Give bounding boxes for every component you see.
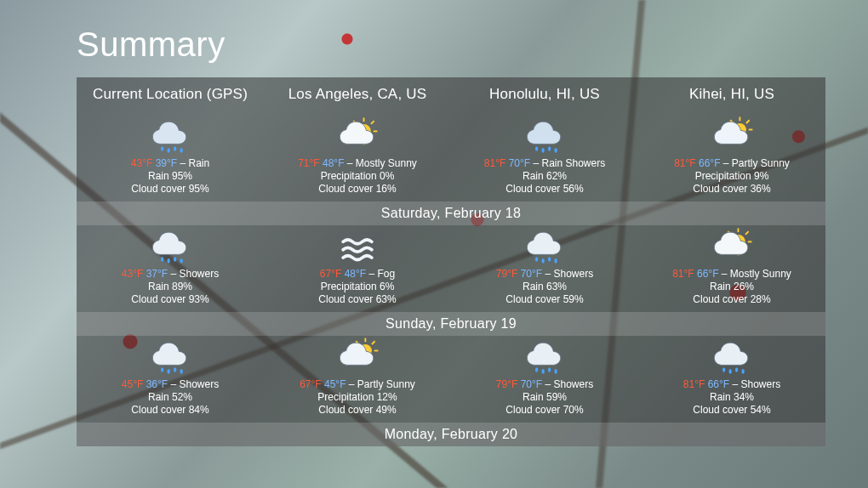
precip-text: Precipitation 6%	[264, 281, 451, 292]
condition-text: – Mostly Sunny	[718, 268, 791, 280]
temp-line: 71°F 48°F – Mostly Sunny	[264, 157, 451, 169]
page-title: Summary	[77, 26, 868, 64]
temp-line: 81°F 66°F – Mostly Sunny	[638, 268, 825, 280]
condition-text: – Showers	[542, 378, 593, 390]
high-temp: 81°F	[484, 157, 505, 169]
cloud-text: Cloud cover 56%	[451, 183, 638, 195]
temp-line: 81°F 66°F – Partly Sunny	[638, 157, 825, 169]
low-temp: 66°F	[699, 157, 720, 169]
svg-line-10	[371, 121, 374, 124]
low-temp: 48°F	[345, 268, 366, 280]
svg-point-29	[554, 258, 557, 264]
forecast-cell[interactable]: 81°F 66°F – Partly SunnyPrecipitation 9%…	[638, 115, 825, 201]
forecast-cell[interactable]: 43°F 39°F – RainRain 95%Cloud cover 95%	[77, 115, 264, 201]
showers-icon	[77, 227, 264, 266]
svg-point-28	[548, 257, 551, 262]
svg-point-50	[548, 367, 551, 372]
low-temp: 66°F	[708, 378, 729, 390]
svg-point-52	[722, 367, 725, 372]
forecast-cell[interactable]: 43°F 37°F – ShowersRain 89%Cloud cover 9…	[77, 225, 264, 312]
temp-line: 67°F 45°F – Partly Sunny	[264, 378, 451, 390]
cloud-text: Cloud cover 16%	[264, 183, 451, 195]
forecast-cell[interactable]: 71°F 48°F – Mostly SunnyPrecipitation 0%…	[264, 115, 451, 201]
fog-icon	[264, 227, 451, 266]
high-temp: 79°F	[496, 268, 517, 280]
temp-line: 79°F 70°F – Showers	[451, 268, 638, 280]
precip-text: Rain 63%	[451, 281, 638, 292]
cloud-text: Cloud cover 36%	[638, 183, 825, 195]
forecast-cell[interactable]: 79°F 70°F – ShowersRain 59%Cloud cover 7…	[451, 336, 638, 423]
low-temp: 45°F	[324, 378, 345, 390]
svg-point-24	[174, 257, 176, 262]
location-header[interactable]: Los Angeles, CA, US	[264, 77, 451, 115]
condition-text: – Rain	[177, 157, 209, 169]
cloud-text: Cloud cover 49%	[264, 404, 451, 416]
high-temp: 45°F	[122, 378, 143, 390]
forecast-cell[interactable]: 79°F 70°F – ShowersRain 63%Cloud cover 5…	[451, 225, 638, 312]
precip-text: Precipitation 9%	[638, 170, 825, 182]
svg-point-51	[554, 369, 557, 374]
cloud-text: Cloud cover 63%	[264, 293, 451, 305]
forecast-cell[interactable]: 67°F 48°F – FogPrecipitation 6%Cloud cov…	[264, 225, 451, 312]
svg-point-2	[174, 146, 176, 151]
temp-line: 81°F 70°F – Rain Showers	[451, 157, 638, 169]
location-header[interactable]: Kihei, HI, US	[638, 77, 825, 115]
day-label: Saturday, February 18	[77, 201, 825, 225]
svg-point-14	[554, 148, 557, 153]
forecast-row: 45°F 36°F – ShowersRain 52%Cloud cover 8…	[77, 336, 825, 423]
cloud-text: Cloud cover 28%	[638, 293, 825, 305]
svg-point-53	[728, 369, 731, 374]
precip-text: Precipitation 0%	[264, 170, 451, 182]
low-temp: 39°F	[156, 157, 177, 169]
location-header[interactable]: Honolulu, HI, US	[451, 77, 638, 115]
high-temp: 81°F	[674, 157, 695, 169]
rain-icon	[77, 116, 264, 156]
low-temp: 70°F	[521, 378, 542, 390]
svg-point-40	[180, 369, 182, 374]
forecast-panel: Current Location (GPS) Los Angeles, CA, …	[77, 77, 825, 446]
forecast-cell[interactable]: 45°F 36°F – ShowersRain 52%Cloud cover 8…	[77, 336, 264, 423]
cloud-text: Cloud cover 54%	[638, 404, 825, 416]
precip-text: Rain 89%	[77, 281, 264, 292]
showers-icon	[451, 338, 638, 377]
precip-text: Rain 52%	[77, 391, 264, 403]
svg-point-11	[535, 146, 538, 151]
low-temp: 70°F	[509, 157, 530, 169]
svg-point-0	[161, 146, 163, 151]
low-temp: 66°F	[697, 268, 718, 280]
condition-text: – Partly Sunny	[345, 378, 414, 390]
precip-text: Rain 62%	[451, 170, 638, 182]
svg-line-21	[746, 120, 750, 123]
svg-point-25	[180, 258, 182, 264]
high-temp: 43°F	[122, 268, 143, 280]
condition-text: – Fog	[366, 268, 395, 280]
cloud-text: Cloud cover 84%	[77, 404, 264, 416]
high-temp: 67°F	[320, 268, 341, 280]
cloud-text: Cloud cover 59%	[451, 293, 638, 305]
svg-point-27	[541, 258, 544, 264]
svg-point-22	[161, 257, 163, 262]
location-headers: Current Location (GPS) Los Angeles, CA, …	[77, 77, 825, 115]
showers-icon	[451, 227, 638, 266]
partly-sunny-icon	[264, 338, 451, 377]
forecast-cell[interactable]: 67°F 45°F – Partly SunnyPrecipitation 12…	[264, 336, 451, 423]
location-header[interactable]: Current Location (GPS)	[77, 77, 264, 115]
high-temp: 81°F	[683, 378, 705, 390]
forecast-cell[interactable]: 81°F 70°F – Rain ShowersRain 62%Cloud co…	[451, 115, 638, 201]
rain-showers-icon	[451, 116, 638, 156]
condition-text: – Rain Showers	[530, 157, 605, 169]
temp-line: 43°F 39°F – Rain	[77, 157, 264, 169]
forecast-cell[interactable]: 81°F 66°F – Mostly SunnyRain 26%Cloud co…	[638, 225, 825, 312]
svg-point-26	[535, 257, 538, 262]
forecast-cell[interactable]: 81°F 66°F – ShowersRain 34%Cloud cover 5…	[638, 336, 825, 423]
svg-point-49	[541, 369, 544, 374]
precip-text: Rain 59%	[451, 391, 638, 403]
svg-point-3	[180, 148, 182, 153]
svg-line-36	[745, 231, 749, 235]
high-temp: 79°F	[496, 378, 517, 390]
svg-point-37	[161, 367, 163, 372]
svg-point-48	[535, 367, 538, 372]
svg-point-38	[167, 369, 169, 374]
showers-icon	[77, 338, 264, 377]
precip-text: Rain 95%	[77, 170, 264, 182]
